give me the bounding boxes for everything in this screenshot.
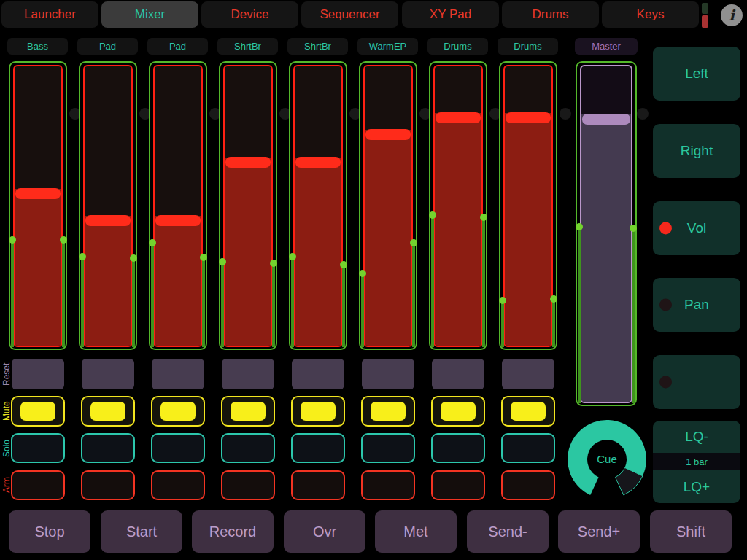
vol-button[interactable]: Vol — [653, 201, 740, 255]
mute-button[interactable] — [361, 396, 415, 427]
reset-button[interactable] — [362, 359, 414, 389]
record-button[interactable]: Record — [192, 510, 274, 553]
fader-track — [580, 65, 632, 403]
met-button[interactable]: Met — [375, 510, 457, 553]
meter-peak-right — [550, 295, 557, 303]
meter-left — [151, 243, 154, 347]
reset-button[interactable] — [292, 359, 344, 389]
meter-peak-left — [289, 253, 296, 260]
tab-device[interactable]: Device — [201, 1, 298, 28]
arm-button[interactable] — [431, 470, 485, 500]
mute-button[interactable] — [221, 396, 275, 427]
tab-launcher[interactable]: Launcher — [1, 1, 98, 28]
shift-button[interactable]: Shift — [650, 510, 732, 553]
fader-handle[interactable] — [225, 157, 271, 168]
reset-button[interactable] — [432, 359, 484, 389]
mute-button[interactable] — [291, 396, 345, 427]
arm-button[interactable] — [501, 470, 555, 500]
fader-fill — [85, 216, 131, 346]
tab-mixer[interactable]: Mixer — [101, 1, 198, 28]
right-button[interactable]: Right — [653, 124, 740, 178]
fader-handle[interactable] — [155, 215, 201, 226]
fader-handle[interactable] — [506, 112, 551, 123]
info-icon[interactable]: i — [721, 4, 743, 26]
mute-button[interactable] — [11, 396, 65, 427]
channel-fader[interactable] — [219, 61, 277, 350]
solo-button[interactable] — [501, 433, 555, 463]
mute-active-indicator — [90, 402, 125, 421]
fader-handle[interactable] — [582, 114, 630, 125]
channel-name-label: Bass — [7, 38, 68, 55]
arm-button[interactable] — [221, 470, 275, 500]
arm-button[interactable] — [361, 470, 415, 500]
cue-knob-label: Cue — [597, 453, 617, 465]
arm-button[interactable] — [151, 470, 205, 500]
fader-handle[interactable] — [436, 112, 481, 123]
fader-handle[interactable] — [295, 157, 341, 168]
launch-quantize-minus-button[interactable]: LQ- — [653, 421, 740, 453]
fader-handle[interactable] — [15, 188, 61, 199]
solo-button[interactable] — [221, 433, 275, 463]
solo-button[interactable] — [151, 433, 205, 463]
meter-left — [221, 262, 224, 347]
meter-right — [272, 263, 275, 347]
meter-peak-right — [480, 214, 487, 221]
meter-left — [81, 257, 84, 347]
channel-fader[interactable] — [79, 61, 137, 350]
pan-button-dot — [659, 299, 672, 311]
channel-fader[interactable] — [359, 61, 417, 350]
reset-button[interactable] — [12, 359, 64, 389]
fader-fill — [295, 158, 341, 346]
master-fader[interactable] — [576, 61, 637, 406]
cue-volume-knob[interactable]: Cue — [565, 418, 649, 501]
channel-fader[interactable] — [149, 61, 207, 350]
channel-fader[interactable] — [289, 61, 347, 350]
stop-button[interactable]: Stop — [9, 510, 90, 553]
meter-right — [552, 299, 555, 347]
solo-button[interactable] — [431, 433, 485, 463]
meter-peak-left — [359, 270, 366, 277]
reset-button[interactable] — [82, 359, 134, 389]
mute-button[interactable] — [81, 396, 135, 427]
meter-peak-right — [630, 225, 637, 232]
meter-left — [291, 257, 294, 347]
pan-button[interactable]: Pan — [653, 278, 740, 332]
arm-button[interactable] — [11, 470, 65, 500]
mute-button[interactable] — [501, 396, 555, 427]
solo-button[interactable] — [11, 433, 65, 463]
channel-fader[interactable] — [499, 61, 557, 350]
fader-track — [433, 65, 483, 347]
mute-active-indicator — [20, 402, 55, 421]
blank-mode-button[interactable] — [653, 355, 740, 409]
reset-button[interactable] — [152, 359, 204, 389]
channel-name-label: WarmEP — [357, 38, 418, 55]
tab-sequencer[interactable]: Sequencer — [301, 1, 398, 28]
mute-active-indicator — [160, 402, 196, 421]
channel-fader[interactable] — [429, 61, 487, 350]
mute-button[interactable] — [431, 396, 485, 427]
ovr-button[interactable]: Ovr — [284, 510, 365, 553]
tab-drums[interactable]: Drums — [502, 1, 599, 28]
reset-button[interactable] — [222, 359, 274, 389]
arm-button[interactable] — [81, 470, 135, 500]
mute-button[interactable] — [151, 396, 205, 427]
send--button[interactable]: Send- — [467, 510, 549, 553]
meter-peak-left — [79, 253, 86, 260]
fader-handle[interactable] — [85, 215, 131, 226]
launch-quantize-plus-button[interactable]: LQ+ — [653, 470, 740, 503]
reset-button[interactable] — [502, 359, 554, 389]
start-button[interactable]: Start — [101, 510, 182, 553]
fader-handle[interactable] — [365, 129, 411, 140]
channel-name-label: Pad — [147, 38, 208, 55]
left-button[interactable]: Left — [653, 47, 740, 101]
meter-right — [412, 243, 415, 347]
channel-name-label: ShrtBr — [217, 38, 278, 55]
tab-xy-pad[interactable]: XY Pad — [402, 1, 499, 28]
solo-button[interactable] — [81, 433, 135, 463]
solo-button[interactable] — [361, 433, 415, 463]
send--button[interactable]: Send+ — [558, 510, 640, 553]
channel-fader[interactable] — [9, 61, 67, 350]
arm-button[interactable] — [291, 470, 345, 500]
tab-keys[interactable]: Keys — [602, 1, 699, 28]
solo-button[interactable] — [291, 433, 345, 463]
